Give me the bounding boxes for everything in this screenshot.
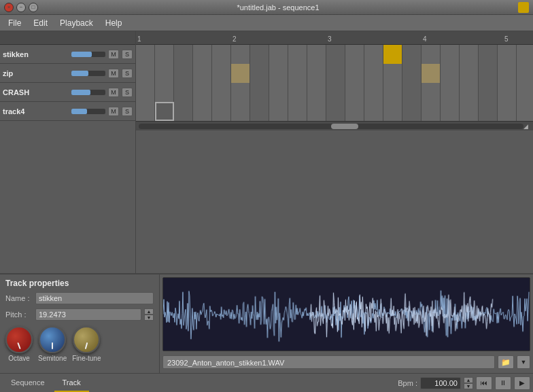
grid-cell[interactable] (250, 102, 269, 121)
grid-cell[interactable] (441, 45, 460, 64)
grid-cell[interactable] (460, 64, 479, 83)
tab-track[interactable]: Track (54, 374, 89, 392)
grid-cell[interactable] (517, 45, 533, 64)
track-solo-track4[interactable]: S (122, 107, 133, 116)
grid-cell[interactable] (231, 45, 250, 64)
tab-sequence[interactable]: Sequence (3, 374, 53, 392)
grid-cell[interactable] (193, 102, 212, 121)
grid-cell[interactable] (326, 45, 345, 64)
bpm-input[interactable] (420, 377, 461, 389)
grid-cell[interactable] (307, 45, 326, 64)
bpm-up-button[interactable]: ▲ (464, 377, 473, 383)
grid-cell[interactable] (136, 102, 155, 121)
grid-cell[interactable] (479, 45, 498, 64)
track-mute-stikken[interactable]: M (108, 50, 119, 59)
menu-file[interactable]: File (3, 17, 27, 29)
grid-cell[interactable] (155, 102, 174, 121)
pitch-down-button[interactable]: ▼ (144, 315, 154, 321)
minimize-button[interactable]: − (16, 3, 26, 12)
pitch-up-button[interactable]: ▲ (144, 308, 154, 315)
track-fader-zip[interactable] (71, 71, 105, 76)
grid-cell[interactable] (288, 45, 307, 64)
grid-cell[interactable] (383, 102, 402, 121)
grid-cell[interactable] (288, 102, 307, 121)
grid-cell[interactable] (326, 102, 345, 121)
grid-cell[interactable] (155, 83, 174, 102)
grid-cell[interactable] (402, 102, 422, 121)
file-arrow-button[interactable]: ▼ (517, 355, 530, 369)
name-input[interactable] (35, 292, 154, 304)
grid-cell[interactable] (364, 45, 383, 64)
grid-cell[interactable] (212, 45, 231, 64)
scrollbar-thumb[interactable] (331, 124, 358, 129)
grid-cell[interactable] (383, 45, 402, 64)
grid-cell[interactable] (402, 45, 422, 64)
grid-cell[interactable] (174, 102, 193, 121)
rewind-button[interactable]: ⏮ (476, 376, 492, 390)
finetune-knob[interactable] (73, 326, 100, 353)
grid-cell[interactable] (479, 64, 498, 83)
grid-cell[interactable] (193, 83, 212, 102)
grid-cell[interactable] (307, 64, 326, 83)
grid-cell[interactable] (460, 83, 479, 102)
menu-help[interactable]: Help (100, 17, 128, 29)
grid-cell[interactable] (250, 64, 269, 83)
track-solo-crash[interactable]: S (122, 88, 133, 97)
grid-cell[interactable] (498, 83, 517, 102)
track-fader-crash[interactable] (71, 90, 105, 95)
grid-cell[interactable] (383, 83, 402, 102)
grid-cell[interactable] (326, 83, 345, 102)
grid-cell[interactable] (364, 83, 383, 102)
grid-cell[interactable] (174, 83, 193, 102)
grid-cell[interactable] (269, 83, 288, 102)
octave-knob[interactable] (5, 326, 33, 353)
close-button[interactable]: × (4, 3, 14, 12)
grid-cell[interactable] (212, 102, 231, 121)
grid-cell[interactable] (479, 102, 498, 121)
grid-cell[interactable] (136, 45, 155, 64)
grid-cell[interactable] (517, 83, 533, 102)
grid-cell[interactable] (460, 45, 479, 64)
grid-cell[interactable] (193, 64, 212, 83)
grid-cell[interactable] (231, 102, 250, 121)
grid-cell[interactable] (155, 45, 174, 64)
grid-cell[interactable] (364, 64, 383, 83)
grid-cell[interactable] (174, 64, 193, 83)
grid-cell[interactable] (422, 64, 441, 83)
scrollbar-track[interactable] (139, 124, 523, 129)
grid-cell[interactable] (345, 83, 364, 102)
grid-cell[interactable] (288, 64, 307, 83)
track-fader-stikken[interactable] (71, 52, 105, 57)
menu-playback[interactable]: Playback (54, 17, 99, 29)
pause-button[interactable]: ⏸ (495, 376, 511, 390)
grid-cell[interactable] (269, 64, 288, 83)
grid-cell[interactable] (402, 83, 422, 102)
grid-cell[interactable] (326, 64, 345, 83)
grid-cell[interactable] (288, 83, 307, 102)
grid-cell[interactable] (517, 102, 533, 121)
grid-cell[interactable] (307, 83, 326, 102)
menu-edit[interactable]: Edit (28, 17, 53, 29)
grid-cell[interactable] (422, 102, 441, 121)
grid-cell[interactable] (345, 64, 364, 83)
grid-cell[interactable] (136, 64, 155, 83)
grid-cell[interactable] (498, 45, 517, 64)
grid-cell[interactable] (174, 45, 193, 64)
file-browse-button[interactable]: 📁 (498, 355, 514, 369)
grid-cell[interactable] (441, 64, 460, 83)
semitone-knob[interactable] (39, 326, 66, 353)
grid-cell[interactable] (422, 45, 441, 64)
pitch-input[interactable] (35, 308, 141, 321)
grid-cell[interactable] (460, 102, 479, 121)
track-mute-zip[interactable]: M (108, 69, 119, 78)
grid-cell[interactable] (212, 83, 231, 102)
grid-cell[interactable] (498, 64, 517, 83)
grid-cell[interactable] (479, 83, 498, 102)
grid-cell[interactable] (136, 83, 155, 102)
grid-cell[interactable] (441, 102, 460, 121)
grid-cell[interactable] (498, 102, 517, 121)
grid-cell[interactable] (422, 83, 441, 102)
grid-cell[interactable] (441, 83, 460, 102)
bpm-down-button[interactable]: ▼ (464, 383, 473, 389)
grid-cell[interactable] (231, 64, 250, 83)
